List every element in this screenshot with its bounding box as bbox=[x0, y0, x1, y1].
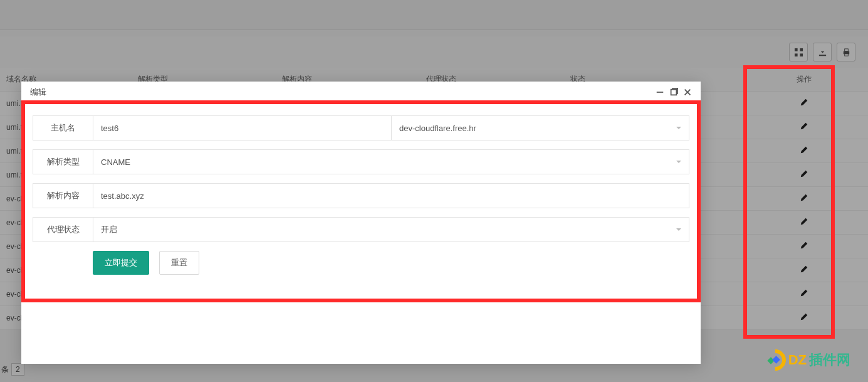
page-root: 域名名称 解析类型 解析内容 代理状态 状态 操作 umi.f umi.f um… bbox=[0, 0, 868, 382]
field-host: 主机名 bbox=[33, 115, 689, 141]
close-icon bbox=[683, 88, 692, 97]
edit-modal: 编辑 主机名 解析类型 bbox=[21, 82, 701, 364]
field-content: 解析内容 bbox=[33, 183, 689, 208]
label-content: 解析内容 bbox=[33, 183, 93, 208]
maximize-button[interactable] bbox=[667, 85, 681, 99]
submit-button[interactable]: 立即提交 bbox=[93, 251, 149, 275]
minimize-button[interactable] bbox=[653, 85, 667, 99]
watermark-rest: 插件网 bbox=[809, 351, 850, 369]
reset-button[interactable]: 重置 bbox=[159, 251, 199, 275]
label-host: 主机名 bbox=[33, 115, 93, 141]
watermark-icon bbox=[765, 349, 786, 371]
watermark-dz: DZ bbox=[788, 352, 807, 368]
modal-body: 主机名 解析类型 解析内容 bbox=[21, 103, 701, 275]
svg-rect-8 bbox=[671, 89, 677, 95]
watermark: DZ插件网 bbox=[765, 349, 850, 371]
rtype-select[interactable] bbox=[93, 149, 689, 174]
domain-suffix-select[interactable] bbox=[391, 115, 689, 141]
label-proxy: 代理状态 bbox=[33, 217, 93, 242]
proxy-select[interactable] bbox=[93, 217, 689, 242]
maximize-icon bbox=[669, 88, 678, 97]
close-button[interactable] bbox=[681, 85, 694, 99]
content-input[interactable] bbox=[93, 183, 689, 208]
field-rtype: 解析类型 bbox=[33, 149, 689, 174]
label-rtype: 解析类型 bbox=[33, 149, 93, 174]
host-input[interactable] bbox=[93, 115, 391, 141]
modal-title-text: 编辑 bbox=[30, 87, 46, 98]
modal-titlebar: 编辑 bbox=[21, 82, 701, 103]
minimize-icon bbox=[656, 88, 664, 97]
modal-actions: 立即提交 重置 bbox=[33, 251, 689, 275]
field-proxy: 代理状态 bbox=[33, 217, 689, 242]
